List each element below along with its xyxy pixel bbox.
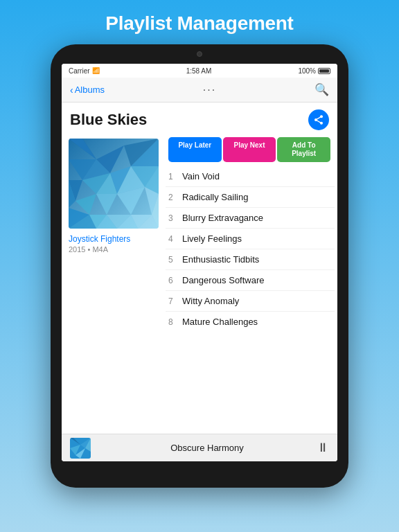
now-playing-thumbnail (70, 438, 91, 459)
pause-icon[interactable]: ⏸ (317, 441, 329, 455)
tablet-outer: Carrier 📶 1:58 AM 100% ‹ Albums ··· 🔍 Bl… (51, 44, 348, 488)
track-item[interactable]: 7 Witty Anomaly (166, 291, 335, 312)
share-button[interactable] (308, 109, 329, 130)
status-time: 1:58 AM (186, 67, 212, 75)
track-name: Radically Sailing (182, 192, 329, 202)
more-button[interactable]: ··· (203, 84, 216, 96)
track-name: Dangerous Software (182, 275, 329, 285)
track-name: Witty Anomaly (182, 296, 329, 306)
page-title: Playlist Management (0, 0, 399, 44)
album-year-format: 2015 • M4A (69, 245, 159, 254)
back-label: Albums (75, 85, 105, 95)
track-name: Vain Void (182, 171, 329, 181)
now-playing-controls: ⏸ (317, 441, 329, 455)
track-name: Blurry Extravagance (182, 213, 329, 223)
play-later-button[interactable]: Play Later (168, 137, 222, 162)
now-playing-title: Obscure Harmony (98, 443, 317, 453)
track-number: 4 (168, 234, 182, 244)
battery-label: 100% (298, 67, 316, 75)
track-number: 6 (168, 276, 182, 285)
track-number: 2 (168, 193, 182, 202)
album-title: Blue Skies (70, 111, 147, 129)
track-item[interactable]: 1 Vain Void (166, 166, 335, 187)
track-name: Lively Feelings (182, 233, 329, 244)
now-playing-bar[interactable]: Obscure Harmony ⏸ (62, 434, 337, 461)
track-number: 5 (168, 255, 182, 265)
back-chevron-icon: ‹ (70, 85, 73, 96)
track-name: Mature Challenges (182, 317, 329, 327)
track-number: 1 (168, 172, 182, 181)
track-item[interactable]: 5 Enthusiastic Tidbits (166, 249, 335, 270)
play-next-button[interactable]: Play Next (223, 137, 276, 162)
album-artist-name: Joystick Fighters (69, 234, 159, 244)
carrier-label: Carrier (69, 67, 90, 75)
track-item[interactable]: 4 Lively Feelings (166, 229, 335, 249)
svg-line-3 (316, 116, 321, 120)
track-name: Enthusiastic Tidbits (182, 254, 329, 265)
status-bar: Carrier 📶 1:58 AM 100% (62, 64, 337, 78)
track-number: 3 (168, 213, 182, 223)
add-to-playlist-button[interactable]: Add To Playlist (277, 137, 330, 162)
track-item[interactable]: 2 Radically Sailing (166, 187, 335, 208)
wifi-icon: 📶 (92, 67, 100, 74)
track-number: 8 (168, 317, 182, 327)
search-button[interactable]: 🔍 (314, 82, 329, 97)
track-item[interactable]: 3 Blurry Extravagance (166, 208, 335, 229)
album-art (69, 139, 159, 229)
tablet-screen: Carrier 📶 1:58 AM 100% ‹ Albums ··· 🔍 Bl… (62, 64, 337, 461)
track-item[interactable]: 8 Mature Challenges (166, 312, 335, 332)
track-number: 7 (168, 296, 182, 306)
tablet-camera (197, 51, 202, 57)
back-button[interactable]: ‹ Albums (70, 85, 105, 96)
album-header: Blue Skies (62, 103, 337, 134)
nav-bar: ‹ Albums ··· 🔍 (62, 78, 337, 103)
battery-icon (318, 68, 330, 74)
track-list: Play Later Play Next Add To Playlist 1 V… (166, 134, 337, 434)
track-item[interactable]: 6 Dangerous Software (166, 270, 335, 291)
svg-line-4 (316, 120, 321, 123)
